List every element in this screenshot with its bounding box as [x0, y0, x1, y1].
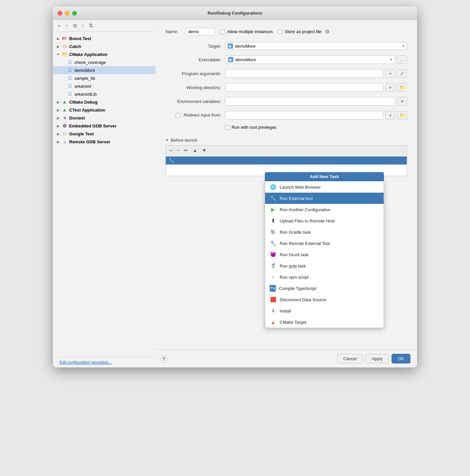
- sidebar-item-label: Doctest: [69, 116, 85, 120]
- dropdown-item-grunt[interactable]: 😈 Run Grunt task: [265, 249, 384, 260]
- disconnect-ds-icon: 🟥: [270, 296, 276, 303]
- executable-select[interactable]: ▶ demoMore ▾: [225, 55, 395, 64]
- typescript-icon: TS: [270, 285, 276, 292]
- env-vars-input[interactable]: [225, 97, 395, 106]
- gear-button[interactable]: ⚙: [324, 28, 331, 35]
- dropdown-item-disconnect-ds[interactable]: 🟥 Disconnect Data Source: [265, 294, 384, 305]
- sidebar-item-arkanoid[interactable]: ▶ ☰ arkanoid: [53, 82, 156, 90]
- dropdown-item-run-external[interactable]: 🔧 Run External tool: [265, 193, 384, 204]
- run-root-checkbox[interactable]: [225, 125, 230, 130]
- redirect-browse-button[interactable]: 📁: [397, 111, 407, 119]
- sidebar-item-boost-test[interactable]: ▶ BT Boost.Test: [53, 34, 156, 42]
- redirect-input-checkbox[interactable]: [176, 113, 180, 118]
- maximize-button[interactable]: [72, 11, 77, 16]
- working-dir-browse-button[interactable]: 📁: [397, 83, 407, 92]
- dropdown-item-label: CMake Target: [280, 320, 306, 325]
- sidebar-item-label: arkanoid: [74, 84, 91, 89]
- dropdown-item-typescript[interactable]: TS Compile TypeScript: [265, 283, 384, 294]
- sidebar-item-label: Boost.Test: [69, 36, 91, 41]
- allow-multiple-checkbox[interactable]: [220, 29, 225, 34]
- working-dir-input[interactable]: [225, 83, 383, 92]
- target-label: Target:: [165, 44, 225, 49]
- sidebar-item-label: check_coverage: [74, 60, 106, 65]
- sidebar-item-check-coverage[interactable]: ▶ ☰ check_coverage: [53, 58, 156, 66]
- expand-arrow: ▶: [56, 107, 61, 113]
- sidebar-item-cmake-app[interactable]: ▼ 📁 CMake Application: [53, 50, 156, 58]
- sidebar-item-label: Embedded GDB Server: [69, 123, 117, 128]
- expand-arrow: ▶: [56, 36, 61, 41]
- help-button[interactable]: ?: [160, 356, 167, 363]
- cmake-debug-icon: ▲: [62, 99, 68, 105]
- dropdown-item-upload[interactable]: ⬆ Upload Files to Remote Host: [265, 215, 384, 226]
- name-row: Name: demo Allow multiple instances Stor…: [165, 28, 407, 35]
- redirect-add-button[interactable]: +: [385, 111, 395, 119]
- before-launch-edit-button[interactable]: ✏: [182, 147, 190, 154]
- run-root-label: Run with root privileges: [232, 125, 276, 130]
- dropdown-item-install[interactable]: ⬇ Install: [265, 305, 384, 316]
- before-launch-label: Before launch: [171, 138, 197, 143]
- dropdown-item-gulp[interactable]: 🥤 Run gulp task: [265, 260, 384, 271]
- before-launch-collapse-icon[interactable]: ▼: [165, 138, 169, 142]
- sidebar-item-catch[interactable]: ▶ ⊙ Catch: [53, 42, 156, 50]
- program-args-expand-button[interactable]: ⤢: [397, 69, 407, 78]
- dropdown-item-gradle[interactable]: 🐘 Run Gradle task: [265, 226, 384, 238]
- before-launch-add-button[interactable]: +: [168, 147, 174, 154]
- sidebar-item-demoMore[interactable]: ▶ ☰ demoMore: [53, 66, 156, 74]
- cancel-button[interactable]: Cancel: [337, 354, 363, 363]
- dropdown-item-label: Run Remote External Tool: [280, 241, 330, 246]
- store-as-project-label: Store as project file: [285, 29, 321, 34]
- before-launch-toolbar: + − ✏ ▲ ▼: [165, 145, 407, 155]
- sidebar-item-sample-lib[interactable]: ▶ ☰ sample_lib: [53, 74, 156, 82]
- sidebar-item-label: CMake Application: [69, 52, 108, 57]
- sidebar-item-ctest[interactable]: ▶ ▲ CTest Application: [53, 106, 156, 114]
- sort-config-button[interactable]: ⇅: [87, 22, 94, 29]
- env-vars-label: Environment variables:: [165, 99, 225, 104]
- cmake-target-icon: ▲: [270, 319, 276, 325]
- dropdown-item-label: Compile TypeScript: [279, 286, 316, 291]
- target-select[interactable]: ▶ demoMore ▾: [225, 42, 407, 50]
- expand-arrow: ▶: [56, 131, 61, 136]
- store-as-project-checkbox[interactable]: [278, 29, 283, 34]
- program-args-input[interactable]: [225, 69, 383, 78]
- before-launch-remove-button[interactable]: −: [175, 147, 181, 154]
- before-launch-selected-item[interactable]: 🔧: [166, 157, 407, 165]
- close-button[interactable]: [58, 11, 62, 16]
- env-vars-edit-button[interactable]: ≡: [397, 97, 407, 106]
- dropdown-item-cmake-target[interactable]: ▲ CMake Target: [265, 316, 384, 328]
- sidebar-item-label: Catch: [69, 44, 81, 49]
- window-title: Run/Debug Configurations: [208, 11, 262, 16]
- before-launch-up-button[interactable]: ▲: [191, 147, 199, 154]
- expand-arrow: ▶: [56, 44, 61, 49]
- name-input[interactable]: demo: [185, 28, 215, 35]
- sidebar-item-remote-gdb[interactable]: ▶ ⬦ Remote GDB Server: [53, 138, 156, 146]
- copy-config-button[interactable]: ⧉: [72, 22, 78, 29]
- sidebar-item-cmake-debug[interactable]: ▶ ▲ CMake Debug: [53, 98, 156, 106]
- program-args-add-button[interactable]: +: [385, 69, 395, 78]
- minimize-button[interactable]: [65, 11, 70, 16]
- working-dir-control: + 📁: [225, 83, 407, 92]
- traffic-lights: [58, 11, 77, 16]
- dropdown-item-remote-external[interactable]: 🔧 Run Remote External Tool: [265, 238, 384, 249]
- edit-templates-link[interactable]: Edit configuration templates...: [56, 358, 115, 367]
- ok-button[interactable]: OK: [392, 354, 410, 363]
- sidebar-item-arkanoidLib[interactable]: ▶ ☰ arkanoidLib: [53, 90, 156, 98]
- before-launch-header: ▼ Before launch: [165, 138, 407, 143]
- dropdown-item-run-another[interactable]: ▶ Run Another Configuration: [265, 204, 384, 215]
- dropdown-item-launch-web[interactable]: 🌐 Launch Web Browser: [265, 181, 384, 193]
- remove-config-button[interactable]: −: [64, 22, 70, 29]
- add-config-button[interactable]: +: [56, 22, 62, 29]
- dropdown-item-npm[interactable]: ▪ Run npm script: [265, 271, 384, 283]
- bottom-bar: ? Cancel Apply OK: [156, 350, 417, 367]
- doctest-icon: ✦: [62, 115, 68, 121]
- before-launch-down-button[interactable]: ▼: [200, 147, 208, 154]
- sidebar-item-google-test[interactable]: ▶ ⊙ Google Test: [53, 130, 156, 138]
- apply-button[interactable]: Apply: [366, 354, 389, 363]
- sidebar-footer: Edit configuration templates...: [53, 357, 156, 367]
- sidebar-item-embedded-gdb[interactable]: ▶ ⚙ Embedded GDB Server: [53, 122, 156, 130]
- sidebar-item-doctest[interactable]: ▶ ✦ Doctest: [53, 114, 156, 122]
- working-dir-add-button[interactable]: +: [385, 83, 395, 92]
- executable-browse-button[interactable]: …: [397, 55, 407, 64]
- move-config-button[interactable]: ↑: [80, 22, 85, 29]
- google-test-icon: ⊙: [62, 131, 68, 137]
- redirect-input-field[interactable]: [225, 111, 383, 119]
